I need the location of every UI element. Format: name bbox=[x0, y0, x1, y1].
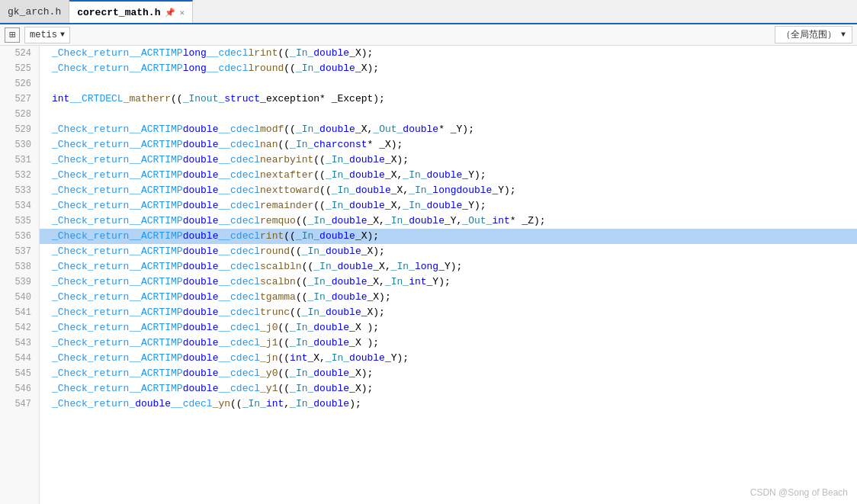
table-row: _Check_return_ _ACRTIMP double __cdecl n… bbox=[40, 168, 857, 183]
toolbar: ⊞ metis ▼ （全局范围） ▼ bbox=[0, 24, 857, 46]
table-row: _Check_return_ _ACRTIMP double __cdecl r… bbox=[40, 229, 857, 244]
metis-dropdown[interactable]: metis ▼ bbox=[24, 27, 70, 43]
line-number: 544 bbox=[0, 351, 39, 366]
table-row: _Check_return_ _ACRTIMP double __cdecl _… bbox=[40, 320, 857, 335]
tab-gk-arch-label: gk_arch.h bbox=[8, 6, 61, 18]
table-row: _Check_return_ _ACRTIMP long __cdecl lri… bbox=[40, 46, 857, 61]
line-number: 536 bbox=[0, 229, 39, 244]
line-number: 537 bbox=[0, 244, 39, 259]
line-number: 528 bbox=[0, 107, 39, 122]
line-number: 541 bbox=[0, 305, 39, 320]
line-number: 525 bbox=[0, 61, 39, 76]
line-number: 543 bbox=[0, 335, 39, 351]
add-item-button[interactable]: ⊞ bbox=[5, 27, 20, 43]
metis-label: metis bbox=[30, 30, 57, 40]
line-number: 526 bbox=[0, 76, 39, 91]
line-number: 530 bbox=[0, 137, 39, 152]
table-row: _Check_return_ _ACRTIMP long __cdecl lro… bbox=[40, 61, 857, 76]
table-row: _Check_return_ _ACRTIMP double __cdecl _… bbox=[40, 351, 857, 366]
table-row: _Check_return_ _ACRTIMP double __cdecl r… bbox=[40, 213, 857, 229]
line-number: 527 bbox=[0, 91, 39, 107]
line-number: 534 bbox=[0, 198, 39, 213]
line-number: 532 bbox=[0, 168, 39, 183]
line-number: 545 bbox=[0, 366, 39, 381]
table-row: _Check_return_ _ACRTIMP double __cdecl t… bbox=[40, 290, 857, 305]
line-number: 547 bbox=[0, 396, 39, 412]
line-number: 540 bbox=[0, 290, 39, 305]
line-number: 533 bbox=[0, 183, 39, 198]
line-number: 538 bbox=[0, 259, 39, 274]
table-row: _Check_return_ _ACRTIMP double __cdecl r… bbox=[40, 244, 857, 259]
line-numbers: 5245255265275285295305315325335345355365… bbox=[0, 46, 40, 504]
table-row: _Check_return_ _ACRTIMP double __cdecl r… bbox=[40, 198, 857, 213]
line-number: 546 bbox=[0, 381, 39, 396]
tab-bar: gk_arch.h corecrt_math.h 📌 ✕ bbox=[0, 0, 857, 24]
code-area: 5245255265275285295305315325335345355365… bbox=[0, 46, 857, 504]
table-row: _Check_return_ _ACRTIMP double __cdecl _… bbox=[40, 366, 857, 381]
table-row bbox=[40, 76, 857, 91]
line-number: 535 bbox=[0, 213, 39, 229]
tab-corecrt-math[interactable]: corecrt_math.h 📌 ✕ bbox=[69, 0, 193, 23]
scope-arrow-icon: ▼ bbox=[841, 30, 846, 39]
line-number: 539 bbox=[0, 274, 39, 290]
dropdown-arrow-icon: ▼ bbox=[60, 30, 65, 39]
table-row: _Check_return_ double __cdecl _yn((_In_ … bbox=[40, 396, 857, 412]
close-icon[interactable]: ✕ bbox=[179, 8, 185, 18]
plus-icon: ⊞ bbox=[9, 28, 15, 41]
table-row: _Check_return_ _ACRTIMP double __cdecl m… bbox=[40, 122, 857, 137]
scope-label: （全局范围） bbox=[782, 28, 836, 41]
pin-icon: 📌 bbox=[165, 8, 175, 18]
code-content[interactable]: _Check_return_ _ACRTIMP long __cdecl lri… bbox=[40, 46, 857, 504]
table-row bbox=[40, 107, 857, 122]
tab-corecrt-math-label: corecrt_math.h bbox=[77, 7, 160, 18]
table-row: _Check_return_ _ACRTIMP double __cdecl n… bbox=[40, 137, 857, 152]
table-row: int __CRTDECL _matherr((_Inout_ struct _… bbox=[40, 91, 857, 107]
table-row: _Check_return_ _ACRTIMP double __cdecl _… bbox=[40, 381, 857, 396]
line-number: 524 bbox=[0, 46, 39, 61]
tab-gk-arch[interactable]: gk_arch.h bbox=[0, 0, 69, 23]
table-row: _Check_return_ _ACRTIMP double __cdecl n… bbox=[40, 152, 857, 168]
line-number: 542 bbox=[0, 320, 39, 335]
table-row: _Check_return_ _ACRTIMP double __cdecl t… bbox=[40, 305, 857, 320]
line-number: 529 bbox=[0, 122, 39, 137]
watermark: CSDN @Song of Beach bbox=[750, 487, 848, 498]
table-row: _Check_return_ _ACRTIMP double __cdecl s… bbox=[40, 274, 857, 290]
table-row: _Check_return_ _ACRTIMP double __cdecl _… bbox=[40, 335, 857, 351]
scope-dropdown[interactable]: （全局范围） ▼ bbox=[775, 26, 852, 43]
line-number: 531 bbox=[0, 152, 39, 168]
table-row: _Check_return_ _ACRTIMP double __cdecl n… bbox=[40, 183, 857, 198]
table-row: _Check_return_ _ACRTIMP double __cdecl s… bbox=[40, 259, 857, 274]
